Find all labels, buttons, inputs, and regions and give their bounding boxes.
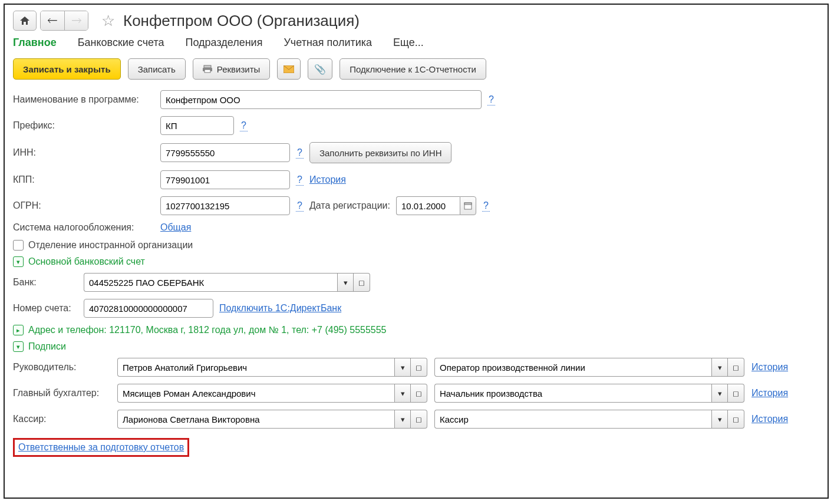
calendar-button[interactable] [460,196,476,215]
open-icon: ◻ [733,389,739,398]
foreign-org-checkbox[interactable] [13,240,24,251]
open-icon: ◻ [416,363,422,372]
ogrn-label: ОГРН: [13,200,154,211]
director-person-input[interactable] [117,358,394,377]
kpp-input[interactable] [160,170,290,189]
svg-rect-5 [464,203,472,205]
requisites-label: Реквизиты [217,64,261,74]
cashier-history-link[interactable]: История [751,414,788,424]
dropdown-icon: ▾ [718,363,722,372]
cashier-position-input[interactable] [434,410,711,429]
bank-open-button[interactable]: ◻ [354,273,370,292]
cashier-position-dropdown[interactable]: ▾ [711,410,728,429]
account-number-label: Номер счета: [13,303,78,314]
svg-rect-2 [205,70,210,73]
help-icon[interactable]: ? [240,120,248,131]
accountant-position-dropdown[interactable]: ▾ [711,384,728,403]
calendar-icon [464,202,472,210]
tab-main[interactable]: Главное [13,37,57,49]
address-section-title: Адрес и телефон: 121170, Москва г, 1812 … [28,325,387,335]
save-button[interactable]: Записать [128,58,186,80]
chevron-down-icon: ▾ [17,343,20,351]
home-icon [19,16,30,25]
chevron-right-icon: ▸ [17,327,20,334]
inn-label: ИНН: [13,147,154,158]
open-icon: ◻ [416,389,422,398]
toolbar: Записать и закрыть Записать Реквизиты 📎 … [13,58,819,80]
cashier-label: Кассир: [13,414,110,424]
dropdown-icon: ▾ [718,389,722,398]
accountant-position-open[interactable]: ◻ [728,384,744,403]
director-person-open[interactable]: ◻ [411,358,427,377]
account-number-input[interactable] [84,299,213,318]
prefix-input[interactable] [160,116,234,135]
director-person-dropdown[interactable]: ▾ [394,358,411,377]
cashier-person-open[interactable]: ◻ [411,410,427,429]
inn-input[interactable] [160,143,290,162]
tab-more[interactable]: Еще... [393,37,424,49]
kpp-history-link[interactable]: История [309,174,346,185]
open-icon: ◻ [416,415,422,424]
dropdown-icon: ▾ [344,278,348,287]
requisites-button[interactable]: Реквизиты [193,58,271,80]
ogrn-input[interactable] [160,196,290,215]
dropdown-icon: ▾ [718,415,722,424]
tax-system-label: Система налогообложения: [13,222,154,233]
tab-bank-accounts[interactable]: Банковские счета [78,37,164,49]
program-name-input[interactable] [160,90,482,109]
help-icon[interactable]: ? [487,94,495,106]
accountant-person-input[interactable] [117,384,394,403]
page-title: Конфетпром ООО (Организация) [123,12,360,30]
director-history-link[interactable]: История [751,362,788,373]
home-button[interactable] [13,11,37,31]
responsible-for-reports-link[interactable]: Ответственные за подготовку отчетов [18,442,184,452]
attach-button[interactable]: 📎 [308,58,332,80]
foreign-org-label: Отделение иностранной организации [28,240,193,251]
accountant-position-input[interactable] [434,384,711,403]
cashier-person-input[interactable] [117,410,394,429]
bank-section-title: Основной банковский счет [28,256,145,267]
director-position-input[interactable] [434,358,711,377]
paperclip-icon: 📎 [314,64,326,75]
print-icon [203,65,212,73]
bank-section-toggle[interactable]: ▾ [13,256,24,267]
nav-back-forward-group: 🡐 🡒 [40,11,88,31]
open-icon: ◻ [733,415,739,424]
chevron-down-icon: ▾ [17,258,20,266]
help-icon[interactable]: ? [296,200,304,212]
fill-by-inn-button[interactable]: Заполнить реквизиты по ИНН [309,142,452,163]
cashier-person-dropdown[interactable]: ▾ [394,410,411,429]
direct-bank-link[interactable]: Подключить 1С:ДиректБанк [219,303,341,314]
address-section-toggle[interactable]: ▸ [13,325,24,335]
forward-button[interactable]: 🡒 [64,11,88,30]
kpp-label: КПП: [13,174,154,185]
help-icon[interactable]: ? [482,200,490,212]
sign-section-toggle[interactable]: ▾ [13,341,24,352]
tax-system-link[interactable]: Общая [160,222,191,233]
program-name-label: Наименование в программе: [13,94,154,105]
tab-divisions[interactable]: Подразделения [186,37,263,49]
bank-dropdown-button[interactable]: ▾ [337,273,354,292]
bank-input[interactable] [84,273,337,292]
back-button[interactable]: 🡐 [41,11,64,30]
dropdown-icon: ▾ [401,415,405,424]
director-label: Руководитель: [13,362,110,373]
reg-date-input[interactable] [396,196,460,215]
accountant-person-open[interactable]: ◻ [411,384,427,403]
bank-label: Банк: [13,277,78,288]
director-position-open[interactable]: ◻ [728,358,744,377]
help-icon[interactable]: ? [296,147,304,159]
cashier-position-open[interactable]: ◻ [728,410,744,429]
reg-date-label: Дата регистрации: [309,200,390,211]
accountant-person-dropdown[interactable]: ▾ [394,384,411,403]
director-position-dropdown[interactable]: ▾ [711,358,728,377]
accountant-label: Главный бухгалтер: [13,388,110,398]
email-button[interactable] [277,58,301,80]
accountant-history-link[interactable]: История [751,388,788,398]
tab-accounting-policy[interactable]: Учетная политика [284,37,372,49]
help-icon[interactable]: ? [296,174,304,186]
connect-1c-reporting-button[interactable]: Подключение к 1С-Отчетности [339,58,486,80]
dropdown-icon: ▾ [401,389,405,398]
favorite-star-icon[interactable]: ☆ [101,12,115,30]
save-and-close-button[interactable]: Записать и закрыть [13,58,121,80]
